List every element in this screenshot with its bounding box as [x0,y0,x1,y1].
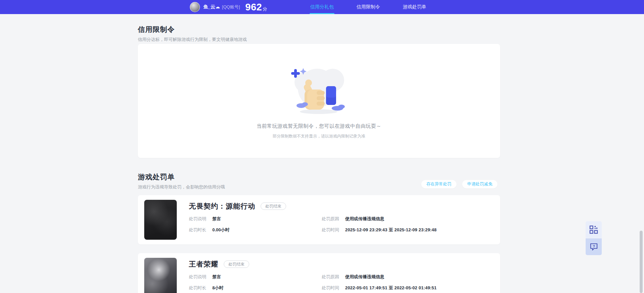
empty-state-note: 部分限制数据不支持显示，请以游戏内限制记录为准 [273,133,365,139]
tab-credit-gift[interactable]: 信用分礼包 [310,0,334,14]
game-title: 王者荣耀 [189,259,218,269]
top-navbar: 鱼_云☁ [QQ账号] 962 分 信用分礼包 信用限制令 游戏处罚单 [0,0,644,14]
thumbs-up-illustration [284,59,354,118]
penalty-duration-label: 处罚时长 [189,285,212,291]
penalty-status-badge: 处罚结束 [261,202,286,210]
penalty-actions: 存在异常处罚 申请处罚减免 [421,180,497,188]
game-title: 无畏契约：源能行动 [189,201,255,211]
account-type-label: [QQ账号] [222,4,240,10]
game-thumbnail-honor-of-kings [144,258,177,293]
tab-game-penalty[interactable]: 游戏处罚单 [403,0,426,14]
penalty-reason-value: 使用或传播违规信息 [345,216,384,222]
game-thumbnail-valorant [144,200,177,240]
penalty-section-header: 游戏处罚单 游戏行为违规导致处罚，会影响您的信用分哦 存在异常处罚 申请处罚减免 [138,172,500,190]
penalty-card: 无畏契约：源能行动 处罚结束 处罚说明 禁言 处罚原因 使用或传播违规信息 处罚… [138,195,500,244]
restriction-title: 信用限制令 [138,25,247,34]
nav-tabs: 信用分礼包 信用限制令 游戏处罚单 [310,0,426,14]
penalty-time-value: 2022-05-01 17:49:51 至 2022-05-02 01:49:5… [345,285,437,291]
penalty-appeal-button[interactable]: 申请处罚减免 [462,180,497,188]
restriction-empty-card: 当前常玩游戏暂无限制令，您可以在游戏中自由玩耍～ 部分限制数据不支持显示，请以游… [138,44,500,158]
penalty-status-badge: 处罚结束 [224,260,249,268]
credit-score-value: 962 [245,2,262,13]
qr-code-button[interactable] [586,221,602,238]
restriction-subtitle: 信用分达标，即可解除游戏行为限制，要文明健康地游戏 [138,37,247,43]
penalty-time-value: 2025-12-09 23:29:43 至 2025-12-09 23:29:4… [345,227,437,233]
help-bubble-icon: ? [589,242,598,251]
credit-score-unit: 分 [263,6,267,12]
penalty-duration-value: 8小时 [212,285,223,291]
qr-code-icon [589,225,598,234]
penalty-reason-label: 处罚原因 [322,216,345,222]
penalty-reason-value: 使用或传播违规信息 [345,274,384,280]
penalty-desc-value: 禁言 [212,274,221,280]
vertical-scrollbar-thumb[interactable] [640,231,643,293]
penalty-desc-label: 处罚说明 [189,216,212,222]
abnormal-penalty-button[interactable]: 存在异常处罚 [421,180,457,188]
empty-state-message: 当前常玩游戏暂无限制令，您可以在游戏中自由玩耍～ [257,123,381,129]
penalty-reason-label: 处罚原因 [322,274,345,280]
penalty-duration-label: 处罚时长 [189,227,212,233]
svg-text:?: ? [593,244,595,248]
credit-score: 962 分 [245,2,267,13]
penalty-time-label: 处罚时间 [322,227,345,233]
user-avatar[interactable] [190,2,200,12]
penalty-time-label: 处罚时间 [322,285,345,291]
penalty-desc-value: 禁言 [212,216,221,222]
penalty-card: 王者荣耀 处罚结束 处罚说明 禁言 处罚原因 使用或传播违规信息 处罚时长 8小… [138,253,500,293]
username: 鱼_云☁ [203,4,220,10]
restriction-section-header: 信用限制令 信用分达标，即可解除游戏行为限制，要文明健康地游戏 [138,25,247,43]
user-summary: 鱼_云☁ [QQ账号] 962 分 [190,0,267,14]
penalty-desc-label: 处罚说明 [189,274,212,280]
penalty-duration-value: 0.00小时 [212,227,229,233]
tab-credit-restriction[interactable]: 信用限制令 [357,0,380,14]
help-button[interactable]: ? [586,238,602,255]
